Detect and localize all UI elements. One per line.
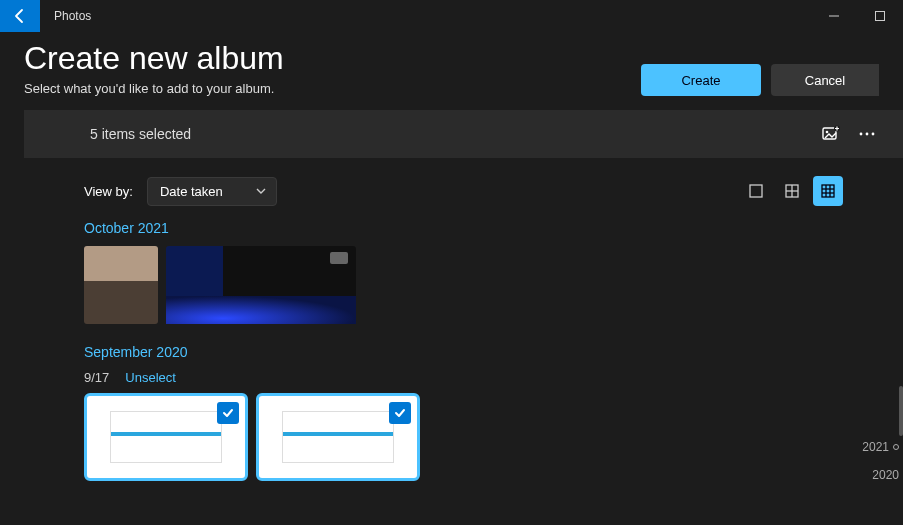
group-date: 9/17: [84, 370, 109, 385]
grid-2x2-icon: [784, 183, 800, 199]
svg-rect-12: [822, 185, 834, 197]
selection-bar: 5 items selected: [24, 110, 903, 158]
photo-thumbnail[interactable]: [84, 246, 158, 324]
timeline-scrubber[interactable]: 2021 2020: [862, 440, 899, 482]
svg-point-3: [826, 131, 829, 134]
selected-check-icon: [389, 402, 411, 424]
svg-point-7: [872, 133, 875, 136]
timeline-year[interactable]: 2021: [862, 440, 899, 454]
grid-3x3-icon: [820, 183, 836, 199]
photo-thumbnail[interactable]: [256, 393, 420, 481]
layout-toggles: [741, 176, 843, 206]
photo-thumbnail[interactable]: [166, 246, 356, 324]
minimize-button[interactable]: [811, 0, 857, 32]
svg-rect-1: [876, 12, 885, 21]
timeline-marker-icon: [893, 444, 899, 450]
group-title[interactable]: October 2021: [84, 220, 843, 236]
square-icon: [748, 183, 764, 199]
cancel-button[interactable]: Cancel: [771, 64, 879, 96]
page-subtitle: Select what you'd like to add to your al…: [24, 81, 284, 96]
layout-small-button[interactable]: [813, 176, 843, 206]
maximize-button[interactable]: [857, 0, 903, 32]
layout-medium-button[interactable]: [777, 176, 807, 206]
viewby-select[interactable]: Date taken: [147, 177, 277, 206]
layout-large-button[interactable]: [741, 176, 771, 206]
page-heading: Create new album: [24, 40, 284, 77]
svg-rect-8: [750, 185, 762, 197]
add-to-creation-button[interactable]: [813, 116, 849, 152]
create-button[interactable]: Create: [641, 64, 761, 96]
chevron-down-icon: [256, 184, 266, 199]
app-title: Photos: [54, 9, 91, 23]
svg-point-5: [860, 133, 863, 136]
minimize-icon: [829, 11, 839, 21]
group-title[interactable]: September 2020: [84, 344, 843, 360]
gallery: View by: Date taken October 2021: [24, 158, 903, 519]
page-header: Create new album Select what you'd like …: [0, 32, 903, 110]
viewby-label: View by:: [84, 184, 133, 199]
title-bar: Photos: [0, 0, 903, 32]
more-options-button[interactable]: [849, 116, 885, 152]
content-area: 5 items selected View by: Date taken: [0, 110, 903, 519]
image-plus-icon: [821, 124, 841, 144]
viewby-row: View by: Date taken: [84, 176, 843, 206]
ellipsis-icon: [858, 125, 876, 143]
selected-check-icon: [217, 402, 239, 424]
svg-point-6: [866, 133, 869, 136]
selection-count: 5 items selected: [90, 126, 191, 142]
scrollbar-thumb[interactable]: [899, 386, 903, 436]
maximize-icon: [875, 11, 885, 21]
viewby-selected: Date taken: [160, 184, 223, 199]
back-arrow-icon: [12, 8, 28, 24]
unselect-link[interactable]: Unselect: [125, 370, 176, 385]
window-controls: [811, 0, 903, 32]
back-button[interactable]: [0, 0, 40, 32]
photo-thumbnail[interactable]: [84, 393, 248, 481]
timeline-year[interactable]: 2020: [872, 468, 899, 482]
